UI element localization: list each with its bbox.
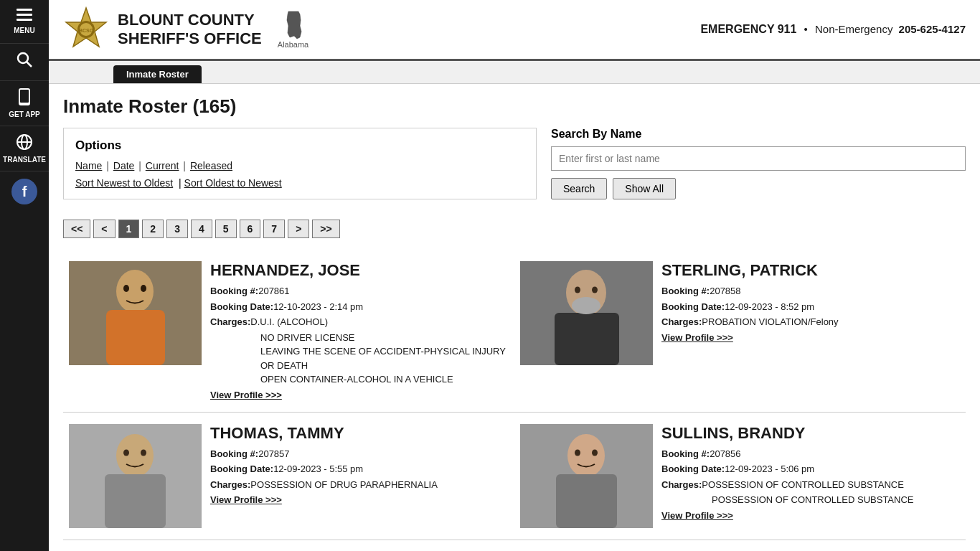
view-profile-link[interactable]: View Profile >>> [210, 390, 509, 400]
booking-date: Booking Date:12-09-2023 - 5:55 pm [210, 462, 509, 476]
alabama-map-icon [283, 10, 304, 40]
svg-point-16 [116, 270, 154, 313]
translate-icon [16, 133, 33, 154]
pagination-page-1[interactable]: 1 [118, 220, 140, 238]
search-input[interactable] [551, 146, 966, 171]
booking-number: Booking #:207861 [210, 284, 509, 298]
non-emergency-label: Non-Emergency [815, 23, 892, 35]
svg-point-7 [24, 103, 25, 105]
inmate-row: THOMAS, TAMMY Booking #:207857 Booking D… [63, 413, 514, 540]
svg-point-19 [141, 285, 146, 292]
charge-line: POSSESSION OF CONTROLLED SUBSTANCE [712, 493, 960, 507]
sheriff-badge-icon: BCSO [63, 6, 109, 52]
pagination-page-5[interactable]: 5 [215, 220, 237, 238]
svg-text:BCSO: BCSO [79, 28, 94, 33]
svg-point-34 [575, 449, 580, 456]
sort-oldest-link[interactable]: Sort Oldest to Newest [184, 177, 282, 189]
pagination-page-6[interactable]: 6 [240, 220, 261, 238]
inmate-photo [69, 261, 202, 365]
get-app-button[interactable]: GET APP [0, 81, 49, 126]
svg-rect-22 [555, 313, 619, 365]
inmate-row: STERLING, PATRICK Booking #:207858 Booki… [514, 250, 966, 413]
svg-point-27 [116, 434, 154, 477]
pagination-next[interactable]: > [288, 220, 309, 238]
nav-tab-bar: Inmate Roster [49, 61, 980, 84]
inmate-photo [520, 261, 653, 365]
svg-point-32 [567, 434, 605, 477]
pagination-page-7[interactable]: 7 [263, 220, 285, 238]
pagination-page-3[interactable]: 3 [166, 220, 188, 238]
svg-rect-33 [556, 474, 617, 528]
state-label: Alabama [278, 40, 308, 49]
inmate-name: SULLINS, BRANDY [661, 424, 960, 443]
inmate-name: HERNANDEZ, JOSE [210, 261, 509, 280]
svg-rect-6 [20, 90, 29, 103]
show-all-button[interactable]: Show All [613, 178, 676, 199]
booking-number: Booking #:207857 [210, 447, 509, 461]
inmate-grid: HERNANDEZ, JOSE Booking #:207861 Booking… [63, 250, 966, 540]
emergency-number: EMERGENCY 911 [700, 23, 796, 35]
mugshot-sterling [520, 261, 653, 365]
booking-number: Booking #:207856 [661, 447, 960, 461]
search-heading: Search By Name [551, 128, 966, 141]
inmate-row: SULLINS, BRANDY Booking #:207856 Booking… [514, 413, 966, 540]
phone-icon [17, 88, 32, 109]
svg-point-29 [123, 449, 129, 456]
get-app-label: GET APP [9, 110, 40, 118]
svg-point-24 [575, 287, 580, 293]
inmate-name: STERLING, PATRICK [661, 261, 960, 280]
non-emergency-number: 205-625-4127 [899, 23, 966, 35]
inmate-info-hernandez: HERNANDEZ, JOSE Booking #:207861 Booking… [210, 261, 509, 400]
menu-icon [17, 9, 32, 25]
pagination-page-2[interactable]: 2 [142, 220, 164, 238]
booking-date: Booking Date:12-10-2023 - 2:14 pm [210, 300, 509, 314]
pagination: << < 1 2 3 4 5 6 7 > >> [63, 220, 966, 238]
inmate-photo [69, 424, 202, 528]
svg-rect-2 [17, 19, 32, 21]
translate-button[interactable]: TRANSLATE [0, 126, 49, 171]
inmate-info-thomas: THOMAS, TAMMY Booking #:207857 Booking D… [210, 424, 509, 528]
filter-current-link[interactable]: Current [146, 160, 179, 171]
svg-point-25 [592, 287, 598, 293]
search-button-action[interactable]: Search [551, 178, 607, 199]
filter-links: Name | Date | Current | Released [75, 160, 524, 171]
filter-date-link[interactable]: Date [113, 160, 135, 171]
pagination-prev[interactable]: < [93, 220, 115, 238]
filter-released-link[interactable]: Released [190, 160, 232, 171]
pagination-first[interactable]: << [63, 220, 90, 238]
agency-line2: SHERIFF'S OFFICE [118, 29, 262, 48]
view-profile-link[interactable]: View Profile >>> [661, 510, 960, 521]
svg-rect-0 [17, 9, 32, 11]
separator: • [804, 23, 808, 35]
translate-label: TRANSLATE [3, 156, 46, 164]
charges-label: Charges:D.U.I. (ALCOHOL) [210, 315, 509, 329]
search-button[interactable] [0, 44, 49, 81]
svg-point-30 [141, 449, 146, 456]
svg-rect-17 [106, 310, 165, 365]
view-profile-link[interactable]: View Profile >>> [210, 494, 509, 505]
top-section: Options Name | Date | Current | Released… [63, 128, 966, 209]
agency-name: BLOUNT COUNTY SHERIFF'S OFFICE [118, 11, 262, 49]
booking-date: Booking Date:12-09-2023 - 8:52 pm [661, 300, 960, 314]
svg-point-23 [572, 297, 600, 314]
mugshot-sullins [520, 424, 653, 528]
booking-date: Booking Date:12-09-2023 - 5:06 pm [661, 462, 960, 476]
booking-number: Booking #:207858 [661, 284, 960, 298]
mugshot-hernandez [69, 261, 202, 365]
sort-newest-link[interactable]: Sort Newest to Oldest [75, 177, 173, 189]
header: BCSO BLOUNT COUNTY SHERIFF'S OFFICE Alab… [49, 0, 980, 61]
emergency-info: EMERGENCY 911 • Non-Emergency 205-625-41… [700, 23, 966, 36]
filter-name-link[interactable]: Name [75, 160, 102, 171]
charge-line: OPEN CONTAINER-ALCOHOL IN A VEHICLE [260, 372, 509, 387]
pagination-last[interactable]: >> [312, 220, 339, 238]
mugshot-thomas [69, 424, 202, 528]
menu-label: MENU [14, 27, 34, 34]
search-icon [16, 51, 33, 72]
view-profile-link[interactable]: View Profile >>> [661, 332, 960, 343]
sidebar: MENU GET APP TRANSLATE [0, 0, 49, 551]
menu-button[interactable]: MENU [0, 0, 49, 44]
inmate-roster-tab[interactable]: Inmate Roster [113, 65, 202, 83]
page-content: Inmate Roster (165) Options Name | Date … [49, 84, 980, 551]
facebook-button[interactable]: f [0, 171, 49, 212]
pagination-page-4[interactable]: 4 [191, 220, 212, 238]
